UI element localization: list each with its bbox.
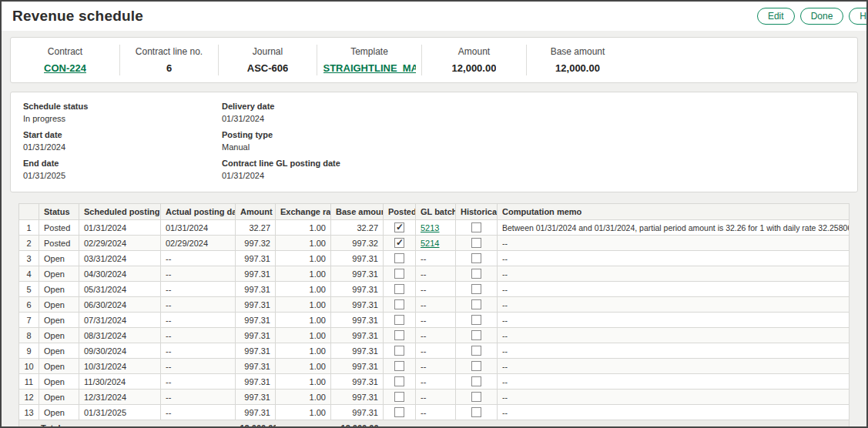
posted-checkbox[interactable] bbox=[394, 269, 404, 279]
historical-checkbox[interactable] bbox=[471, 253, 481, 263]
gl-batch-cell: -- bbox=[416, 297, 456, 313]
base-amount-label: Base amount bbox=[551, 46, 605, 57]
total-spacer bbox=[384, 420, 416, 427]
column-header-gl-batch: GL batch bbox=[416, 204, 456, 220]
scheduled-posting-date-cell: 03/31/2024 bbox=[79, 251, 161, 266]
status-cell: Open bbox=[39, 343, 79, 359]
historical-checkbox[interactable] bbox=[471, 407, 481, 417]
historical-checkbox[interactable] bbox=[471, 299, 481, 309]
exchange-rate-cell: 1.00 bbox=[276, 343, 331, 359]
historical-checkbox[interactable] bbox=[471, 376, 481, 386]
gl-batch-cell: -- bbox=[416, 313, 456, 328]
historical-checkbox[interactable] bbox=[471, 284, 481, 294]
computation-memo-cell: -- bbox=[498, 374, 850, 390]
computation-memo-cell: -- bbox=[498, 343, 850, 359]
base-amount-cell: 997.32 bbox=[331, 236, 384, 251]
posted-cell bbox=[384, 220, 416, 236]
delivery-date-value: 01/31/2024 bbox=[222, 114, 340, 123]
base-amount-cell: 997.31 bbox=[331, 359, 384, 374]
posted-cell bbox=[384, 313, 416, 328]
column-header-posted: Posted bbox=[384, 204, 416, 220]
amount-cell: 997.31 bbox=[236, 313, 276, 328]
status-cell: Open bbox=[39, 297, 79, 313]
exchange-rate-cell: 1.00 bbox=[276, 313, 331, 328]
page-header: Revenue schedule Edit Done Help bbox=[2, 2, 866, 31]
posted-checkbox[interactable] bbox=[394, 238, 404, 248]
historical-cell bbox=[456, 405, 498, 420]
contract-link[interactable]: CON-224 bbox=[44, 62, 86, 74]
column-header-amount: Amount bbox=[236, 204, 276, 220]
computation-memo-cell: -- bbox=[498, 282, 850, 297]
amount-cell: 997.31 bbox=[236, 297, 276, 313]
posted-checkbox[interactable] bbox=[394, 253, 404, 263]
historical-checkbox[interactable] bbox=[471, 222, 481, 232]
gl-batch-cell: -- bbox=[416, 390, 456, 405]
schedule-row: 13Open01/31/2025--997.311.00997.31---- bbox=[19, 405, 850, 420]
done-button[interactable]: Done bbox=[800, 8, 844, 25]
posted-checkbox[interactable] bbox=[394, 299, 404, 309]
template-link[interactable]: STRAIGHTLINE_MANUAL bbox=[323, 62, 416, 74]
row-number-cell: 8 bbox=[19, 328, 39, 343]
posted-checkbox[interactable] bbox=[394, 222, 404, 232]
column-header-base-amount: Base amount bbox=[331, 204, 384, 220]
schedule-table-head-row: StatusScheduled posting dateActual posti… bbox=[19, 204, 850, 220]
historical-checkbox[interactable] bbox=[471, 330, 481, 340]
exchange-rate-cell: 1.00 bbox=[276, 405, 331, 420]
edit-button[interactable]: Edit bbox=[757, 8, 795, 25]
posted-checkbox[interactable] bbox=[394, 346, 404, 356]
posted-checkbox[interactable] bbox=[394, 392, 404, 402]
schedule-table-wrap: StatusScheduled posting dateActual posti… bbox=[10, 203, 858, 426]
scheduled-posting-date-cell: 01/31/2025 bbox=[79, 405, 161, 420]
posted-checkbox[interactable] bbox=[394, 407, 404, 417]
end-date-value: 01/31/2025 bbox=[23, 171, 222, 180]
posted-checkbox[interactable] bbox=[394, 315, 404, 325]
posted-checkbox[interactable] bbox=[394, 376, 404, 386]
computation-memo-cell: -- bbox=[498, 405, 850, 420]
base-amount-cell: 997.31 bbox=[331, 282, 384, 297]
schedule-table-body: 1Posted01/31/202401/31/202432.271.0032.2… bbox=[19, 220, 850, 420]
historical-checkbox[interactable] bbox=[471, 315, 481, 325]
exchange-rate-cell: 1.00 bbox=[276, 266, 331, 282]
schedule-row: 12Open12/31/2024--997.311.00997.31---- bbox=[19, 390, 850, 405]
amount-cell: 32.27 bbox=[236, 220, 276, 236]
summary-field-base-amount: Base amount 12,000.00 bbox=[527, 45, 628, 75]
posting-type-label: Posting type bbox=[222, 130, 340, 139]
scheduled-posting-date-cell: 08/31/2024 bbox=[79, 328, 161, 343]
schedule-row: 10Open10/31/2024--997.311.00997.31---- bbox=[19, 359, 850, 374]
posted-cell bbox=[384, 374, 416, 390]
schedule-row: 9Open09/30/2024--997.311.00997.31---- bbox=[19, 343, 850, 359]
column-header-historical: Historical bbox=[456, 204, 498, 220]
historical-checkbox[interactable] bbox=[471, 346, 481, 356]
actual-posting-date-cell: -- bbox=[161, 297, 236, 313]
total-amount: 12,000.00 bbox=[236, 420, 276, 427]
schedule-row: 2Posted02/29/202402/29/2024997.321.00997… bbox=[19, 236, 850, 251]
base-amount-cell: 997.31 bbox=[331, 266, 384, 282]
exchange-rate-cell: 1.00 bbox=[276, 251, 331, 266]
historical-checkbox[interactable] bbox=[471, 361, 481, 371]
amount-label: Amount bbox=[458, 46, 490, 57]
status-cell: Open bbox=[39, 313, 79, 328]
historical-cell bbox=[456, 220, 498, 236]
summary-field-template: Template STRAIGHTLINE_MANUAL bbox=[317, 45, 422, 75]
scheduled-posting-date-cell: 12/31/2024 bbox=[79, 390, 161, 405]
revenue-schedule-page: Revenue schedule Edit Done Help Contract… bbox=[0, 0, 868, 428]
actual-posting-date-cell: -- bbox=[161, 405, 236, 420]
posted-checkbox[interactable] bbox=[394, 330, 404, 340]
row-number-cell: 12 bbox=[19, 390, 39, 405]
help-button[interactable]: Help bbox=[849, 8, 868, 25]
posted-checkbox[interactable] bbox=[394, 284, 404, 294]
total-spacer bbox=[79, 420, 161, 427]
gl-batch-link[interactable]: 5214 bbox=[421, 239, 439, 248]
page-content: Contract CON-224 Contract line no. 6 Jou… bbox=[2, 31, 866, 426]
gl-batch-link[interactable]: 5213 bbox=[421, 223, 439, 232]
exchange-rate-cell: 1.00 bbox=[276, 282, 331, 297]
summary-field-contract: Contract CON-224 bbox=[11, 45, 120, 75]
posted-cell bbox=[384, 282, 416, 297]
historical-checkbox[interactable] bbox=[471, 392, 481, 402]
historical-checkbox[interactable] bbox=[471, 269, 481, 279]
total-spacer bbox=[456, 420, 498, 427]
historical-checkbox[interactable] bbox=[471, 238, 481, 248]
posted-checkbox[interactable] bbox=[394, 361, 404, 371]
status-cell: Open bbox=[39, 282, 79, 297]
amount-cell: 997.31 bbox=[236, 374, 276, 390]
